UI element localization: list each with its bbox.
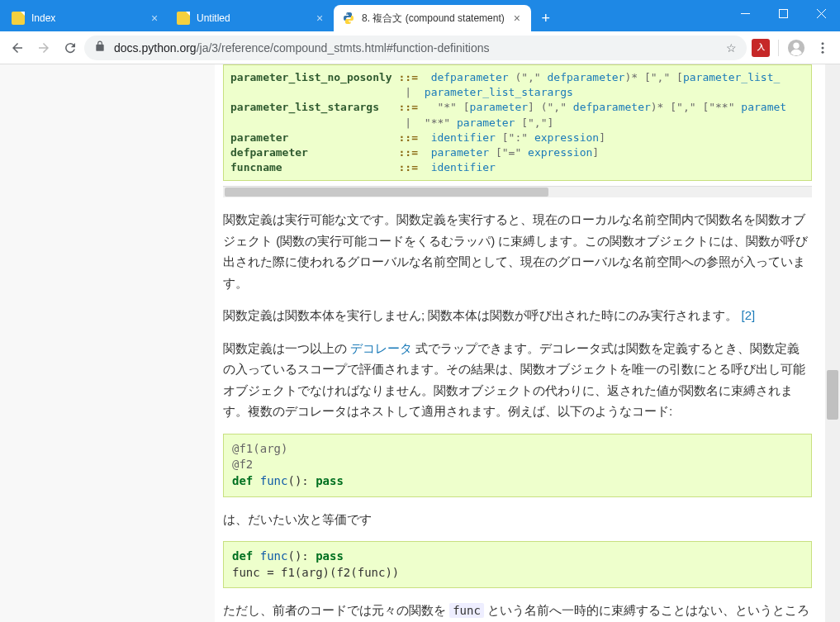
left-gutter [0,64,215,622]
svg-point-1 [349,21,350,22]
scrollbar-thumb[interactable] [225,188,548,197]
lock-icon [94,40,106,55]
new-tab-button[interactable]: + [534,7,558,30]
svg-rect-2 [779,9,787,17]
file-icon [177,12,190,25]
page-body: parameter_list_no_posonly ::= defparamet… [0,64,840,622]
svg-point-4 [793,42,799,48]
close-window-button[interactable] [802,0,840,26]
minimize-button[interactable] [726,0,764,26]
url-text: docs.python.org/ja/3/reference/compound_… [114,41,718,55]
paragraph: 関数定義は一つ以上の デコレータ 式でラップできます。デコレータ式は関数を定義す… [223,338,812,422]
close-icon[interactable]: × [511,12,523,24]
paragraph: ただし、前者のコードでは元々の関数を func という名前へ一時的に束縛すること… [223,600,812,622]
tab-title: Index [31,12,142,24]
separator [778,40,779,56]
close-icon[interactable]: × [314,12,325,24]
tab-untitled[interactable]: Untitled × [168,5,334,31]
window-controls [726,0,840,31]
close-icon[interactable]: × [149,12,160,24]
file-icon [12,12,25,25]
scrollbar-thumb[interactable] [827,370,838,420]
menu-button[interactable] [810,36,835,60]
address-bar[interactable]: docs.python.org/ja/3/reference/compound_… [84,36,747,60]
tab-title: 8. 複合文 (compound statement) [362,12,505,26]
svg-point-5 [822,42,824,45]
profile-button[interactable] [784,36,809,60]
footnote-link[interactable]: [2] [742,308,756,322]
back-button[interactable] [5,36,30,60]
tab-title: Untitled [197,12,307,24]
paragraph: 関数定義は実行可能な文です。関数定義を実行すると、現在のローカルな名前空間内で関… [223,209,812,293]
svg-point-0 [346,13,347,14]
tab-index[interactable]: Index × [3,5,168,31]
svg-point-6 [822,46,824,49]
svg-point-7 [822,50,824,53]
horizontal-scrollbar[interactable] [223,186,812,197]
browser-tabs: Index × Untitled × 8. 複合文 (compound stat… [0,0,726,31]
code-example-2: def func(): pass func = f1(arg)(f2(func)… [223,541,812,588]
browser-toolbar: docs.python.org/ja/3/reference/compound_… [0,31,840,64]
grammar-definition: parameter_list_no_posonly ::= defparamet… [223,64,812,181]
pdf-extension-button[interactable]: 入 [748,36,773,60]
main-content: parameter_list_no_posonly ::= defparamet… [215,64,825,622]
maximize-button[interactable] [764,0,802,26]
tab-python-docs[interactable]: 8. 複合文 (compound statement) × [334,5,531,31]
vertical-scrollbar[interactable] [825,64,840,622]
code-example-1: @f1(arg) @f2 def func(): pass [223,434,812,497]
reload-button[interactable] [58,36,83,60]
titlebar: Index × Untitled × 8. 複合文 (compound stat… [0,0,840,31]
paragraph: は、だいたい次と等価です [223,509,812,530]
star-icon[interactable]: ☆ [726,41,737,55]
inline-code: func [449,603,484,618]
decorator-link[interactable]: デコレータ [350,341,412,355]
paragraph: 関数定義は関数本体を実行しません; 関数本体は関数が呼び出された時にのみ実行され… [223,305,812,326]
forward-button[interactable] [31,36,56,60]
python-icon [342,12,355,25]
